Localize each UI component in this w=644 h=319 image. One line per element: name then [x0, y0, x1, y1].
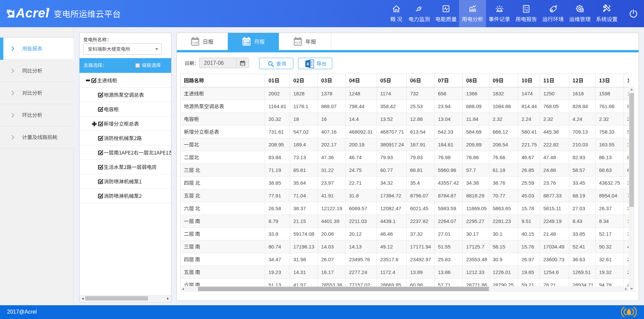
svg-text:+1d: +1d	[192, 41, 198, 44]
svg-text:+1Y: +1Y	[295, 41, 301, 44]
svg-text:X: X	[306, 62, 309, 66]
svg-text:+1M: +1M	[243, 41, 250, 44]
